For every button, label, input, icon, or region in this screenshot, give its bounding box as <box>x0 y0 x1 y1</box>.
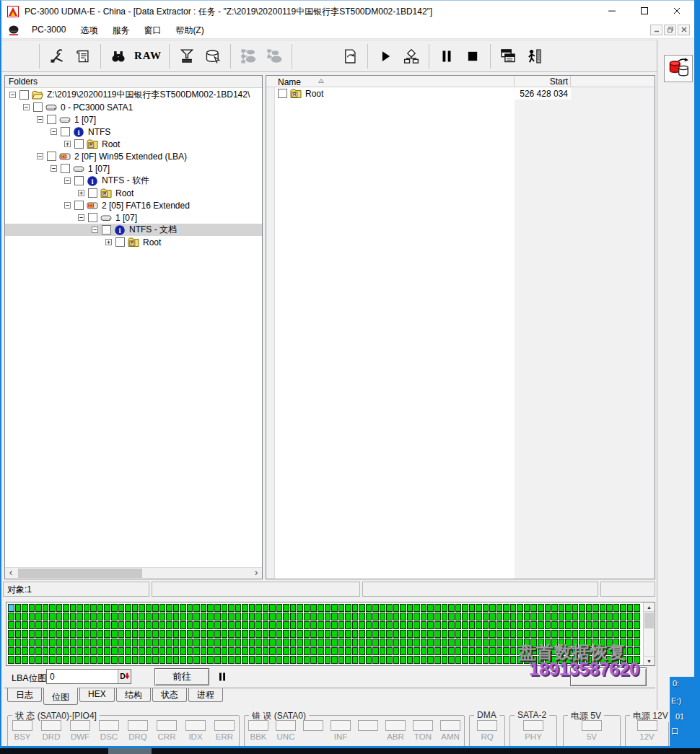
disk-export-button[interactable] <box>200 43 226 69</box>
bitmap-cell[interactable] <box>242 621 248 629</box>
bitmap-cell[interactable] <box>70 630 76 638</box>
bitmap-cell[interactable] <box>545 630 551 638</box>
close-button[interactable] <box>660 1 693 22</box>
bitmap-cell[interactable] <box>152 621 159 629</box>
bitmap-cell[interactable] <box>35 621 42 629</box>
bitmap-cell[interactable] <box>84 656 90 664</box>
bitmap-cell[interactable] <box>214 639 221 646</box>
bitmap-cell[interactable] <box>84 604 90 612</box>
bitmap-cell[interactable] <box>70 656 76 664</box>
bitmap-cell[interactable] <box>325 613 331 621</box>
bitmap-cell[interactable] <box>503 604 509 612</box>
bitmap-cell[interactable] <box>49 613 56 621</box>
bitmap-cell[interactable] <box>565 604 572 612</box>
bitmap-cell[interactable] <box>29 621 35 629</box>
bitmap-cell[interactable] <box>517 613 523 621</box>
tools-button[interactable] <box>44 43 70 69</box>
bitmap-cell[interactable] <box>469 604 476 612</box>
bitmap-cell[interactable] <box>545 613 551 621</box>
bitmap-cell[interactable] <box>263 647 269 655</box>
bitmap-cell[interactable] <box>290 647 297 655</box>
bitmap-cell[interactable] <box>283 639 289 646</box>
bitmap-cell[interactable] <box>8 604 14 612</box>
bitmap-cell[interactable] <box>180 621 186 629</box>
bitmap-cell[interactable] <box>104 647 110 655</box>
bitmap-cell[interactable] <box>173 656 180 664</box>
collapse-icon[interactable]: − <box>9 92 16 98</box>
bitmap-cell[interactable] <box>414 630 420 638</box>
bitmap-cell[interactable] <box>530 613 537 621</box>
bitmap-cell[interactable] <box>393 656 400 664</box>
bitmap-cell[interactable] <box>483 656 489 664</box>
bitmap-cell[interactable] <box>104 613 110 621</box>
bitmap-cell[interactable] <box>338 613 345 621</box>
bitmap-cell[interactable] <box>22 656 28 664</box>
bitmap-vertical-scrollbar[interactable]: ▲ ▼ <box>643 602 655 665</box>
bitmap-cell[interactable] <box>276 647 283 655</box>
bitmap-cell[interactable] <box>592 613 599 621</box>
bitmap-cell[interactable] <box>193 639 200 646</box>
bitmap-cell[interactable] <box>297 613 303 621</box>
bitmap-cell[interactable] <box>331 630 338 638</box>
tree-row[interactable]: −1 [07] <box>5 162 262 175</box>
bitmap-cell[interactable] <box>393 621 400 629</box>
bitmap-cell[interactable] <box>207 630 214 638</box>
bitmap-cell[interactable] <box>263 630 269 638</box>
bitmap-cell[interactable] <box>22 604 28 612</box>
bitmap-cell[interactable] <box>345 647 351 655</box>
bitmap-cell[interactable] <box>524 604 530 612</box>
bitmap-cell[interactable] <box>76 639 83 646</box>
bitmap-cell[interactable] <box>152 647 159 655</box>
bitmap-cell[interactable] <box>606 630 613 638</box>
bitmap-cell[interactable] <box>393 639 400 646</box>
bitmap-cell[interactable] <box>530 604 537 612</box>
bitmap-cell[interactable] <box>242 604 248 612</box>
bitmap-cell[interactable] <box>146 639 152 646</box>
scrollbar-thumb[interactable] <box>644 613 654 628</box>
bitmap-cell[interactable] <box>242 613 248 621</box>
bitmap-cell[interactable] <box>84 621 90 629</box>
collapse-icon[interactable]: − <box>37 153 43 159</box>
bitmap-cell[interactable] <box>352 656 359 664</box>
bitmap-cell[interactable] <box>310 613 317 621</box>
bitmap-cell[interactable] <box>187 613 193 621</box>
bitmap-cell[interactable] <box>331 621 338 629</box>
bitmap-cell[interactable] <box>139 647 145 655</box>
bitmap-cell[interactable] <box>331 656 338 664</box>
bitmap-cell[interactable] <box>483 613 489 621</box>
bitmap-cell[interactable] <box>325 621 331 629</box>
bitmap-cell[interactable] <box>400 630 406 638</box>
bitmap-cell[interactable] <box>503 656 509 664</box>
bitmap-cell[interactable] <box>228 656 235 664</box>
bitmap-cell[interactable] <box>139 613 145 621</box>
tree-row[interactable]: −iNTFS - 软件 <box>5 175 262 187</box>
bitmap-cell[interactable] <box>538 621 544 629</box>
bitmap-cell[interactable] <box>56 621 63 629</box>
menu-item-PC-3000[interactable]: PC-3000 <box>26 22 71 39</box>
bitmap-cell[interactable] <box>627 639 634 646</box>
bitmap-cell[interactable] <box>572 621 579 629</box>
bitmap-cell[interactable] <box>318 630 324 638</box>
bitmap-cell[interactable] <box>70 639 76 646</box>
bitmap-cell[interactable] <box>15 613 22 621</box>
bitmap-cell[interactable] <box>111 647 118 655</box>
bitmap-cell[interactable] <box>455 647 462 655</box>
bitmap-cell[interactable] <box>297 639 303 646</box>
bitmap-cell[interactable] <box>442 621 448 629</box>
bitmap-cell[interactable] <box>193 647 200 655</box>
bitmap-cell[interactable] <box>476 604 482 612</box>
bitmap-cell[interactable] <box>304 647 310 655</box>
bitmap-cell[interactable] <box>455 630 462 638</box>
bitmap-cell[interactable] <box>318 647 324 655</box>
bitmap-cell[interactable] <box>187 656 193 664</box>
bitmap-cell[interactable] <box>434 604 441 612</box>
bitmap-cell[interactable] <box>35 639 42 646</box>
bitmap-cell[interactable] <box>421 604 427 612</box>
bitmap-cell[interactable] <box>310 604 317 612</box>
collapse-icon[interactable]: − <box>37 116 43 123</box>
bitmap-cell[interactable] <box>579 604 585 612</box>
bitmap-cell[interactable] <box>545 604 551 612</box>
bitmap-cell[interactable] <box>442 639 448 646</box>
bitmap-cell[interactable] <box>372 656 379 664</box>
bitmap-cell[interactable] <box>434 656 441 664</box>
